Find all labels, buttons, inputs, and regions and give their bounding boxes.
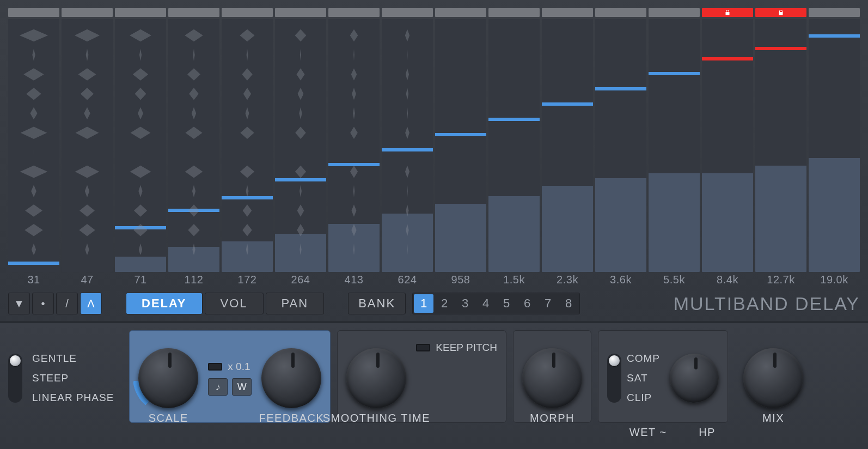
band-level-bar <box>168 209 219 212</box>
morph-label: MORPH <box>530 412 574 424</box>
band-body[interactable] <box>488 19 540 272</box>
morph-knob[interactable] <box>522 348 582 408</box>
band-freq-label: 5.5k <box>649 272 700 286</box>
tempo-sync-button[interactable]: ♪ <box>208 378 228 396</box>
band-slider[interactable]: 2.3k <box>542 8 593 286</box>
band-wave-decoration <box>168 19 219 254</box>
band-freq-label: 1.5k <box>488 272 540 286</box>
band-level-bar <box>328 163 380 166</box>
feedback-knob[interactable] <box>261 348 321 408</box>
smoothing-knob[interactable] <box>346 348 406 408</box>
band-slider[interactable]: 31 <box>8 8 59 286</box>
shape-tool-button[interactable]: Λ <box>80 293 102 314</box>
mix-control: MIX <box>743 348 803 408</box>
band-slider[interactable]: 3.6k <box>595 8 646 286</box>
plugin-title: MULTIBAND DELAY <box>674 293 860 314</box>
wet-mode-option[interactable]: COMP <box>627 353 660 365</box>
bank-button[interactable]: 4 <box>476 294 496 313</box>
shape-tool-button[interactable]: ▼ <box>8 293 30 314</box>
band-slider[interactable]: 413 <box>328 8 380 286</box>
band-level-bar <box>382 148 433 151</box>
band-body[interactable] <box>595 19 646 272</box>
bank-button[interactable]: 3 <box>455 294 475 313</box>
band-header[interactable] <box>115 8 166 17</box>
wrap-button[interactable]: W <box>232 378 252 396</box>
band-slider[interactable]: 264 <box>275 8 326 286</box>
band-body[interactable] <box>62 19 113 272</box>
filter-mode-option[interactable]: GENTLE <box>32 353 114 365</box>
filter-mode-option[interactable]: LINEAR PHASE <box>32 392 114 404</box>
band-header[interactable] <box>649 8 700 17</box>
band-slider[interactable]: 19.0k <box>809 8 860 286</box>
wet-mode-option[interactable]: CLIP <box>627 392 660 404</box>
filter-mode-labels: GENTLESTEEPLINEAR PHASE <box>32 353 114 404</box>
keep-pitch-led[interactable] <box>416 344 430 351</box>
wet-mode-option[interactable]: SAT <box>627 372 660 384</box>
tab-vol[interactable]: VOL <box>205 293 264 314</box>
band-lock-icon[interactable] <box>755 8 806 17</box>
band-slider[interactable]: 958 <box>435 8 486 286</box>
band-level-bar <box>275 178 326 181</box>
mix-knob[interactable] <box>743 348 803 408</box>
hp-knob[interactable] <box>670 354 719 403</box>
shape-tool-button[interactable]: • <box>32 293 54 314</box>
band-slider[interactable]: 8.4k <box>702 8 753 286</box>
band-header[interactable] <box>809 8 860 17</box>
band-body[interactable] <box>8 19 59 272</box>
band-body[interactable] <box>168 19 219 272</box>
band-header[interactable] <box>62 8 113 17</box>
band-body[interactable] <box>328 19 380 272</box>
bank-button[interactable]: 1 <box>414 294 433 313</box>
filter-mode-thumb <box>10 355 21 366</box>
band-body[interactable] <box>115 19 166 272</box>
filter-mode-slider[interactable] <box>8 354 22 403</box>
bank-button[interactable]: 7 <box>538 294 558 313</box>
band-header[interactable] <box>435 8 486 17</box>
bank-button[interactable]: 8 <box>559 294 578 313</box>
band-body[interactable] <box>382 19 433 272</box>
scale-knob[interactable] <box>138 348 198 408</box>
smoothing-label: SMOOTHING TIME <box>323 412 430 424</box>
band-slider[interactable]: 71 <box>115 8 166 286</box>
band-level-bar <box>115 226 166 229</box>
bank-button[interactable]: 5 <box>497 294 516 313</box>
band-header[interactable] <box>8 8 59 17</box>
mix-label: MIX <box>762 412 784 424</box>
bank-button[interactable]: 2 <box>435 294 454 313</box>
scale-label: SCALE <box>149 412 188 424</box>
band-level-bar <box>488 118 540 121</box>
shape-tool-button[interactable]: / <box>56 293 78 314</box>
band-header[interactable] <box>328 8 380 17</box>
band-freq-label: 19.0k <box>809 272 860 286</box>
band-body[interactable] <box>275 19 326 272</box>
band-slider[interactable]: 47 <box>62 8 113 286</box>
band-header[interactable] <box>595 8 646 17</box>
scale-mult-led[interactable] <box>208 363 222 371</box>
band-header[interactable] <box>168 8 219 17</box>
filter-mode-option[interactable]: STEEP <box>32 372 114 384</box>
wet-mode-slider[interactable] <box>607 354 621 403</box>
band-body[interactable] <box>809 19 860 272</box>
tab-delay[interactable]: DELAY <box>126 293 203 314</box>
band-header[interactable] <box>542 8 593 17</box>
band-slider[interactable]: 5.5k <box>649 8 700 286</box>
band-header[interactable] <box>488 8 540 17</box>
band-freq-label: 3.6k <box>595 272 646 286</box>
band-slider[interactable]: 112 <box>168 8 219 286</box>
band-slider[interactable]: 12.7k <box>755 8 806 286</box>
band-header[interactable] <box>275 8 326 17</box>
band-slider[interactable]: 624 <box>382 8 433 286</box>
bank-button[interactable]: 6 <box>517 294 537 313</box>
band-slider[interactable]: 1.5k <box>488 8 540 286</box>
band-body[interactable] <box>435 19 486 272</box>
band-body[interactable] <box>649 19 700 272</box>
band-body[interactable] <box>702 19 753 272</box>
band-header[interactable] <box>382 8 433 17</box>
band-lock-icon[interactable] <box>702 8 753 17</box>
band-body[interactable] <box>755 19 806 272</box>
tab-pan[interactable]: PAN <box>266 293 325 314</box>
band-body[interactable] <box>542 19 593 272</box>
band-slider[interactable]: 172 <box>222 8 273 286</box>
band-header[interactable] <box>222 8 273 17</box>
band-body[interactable] <box>222 19 273 272</box>
